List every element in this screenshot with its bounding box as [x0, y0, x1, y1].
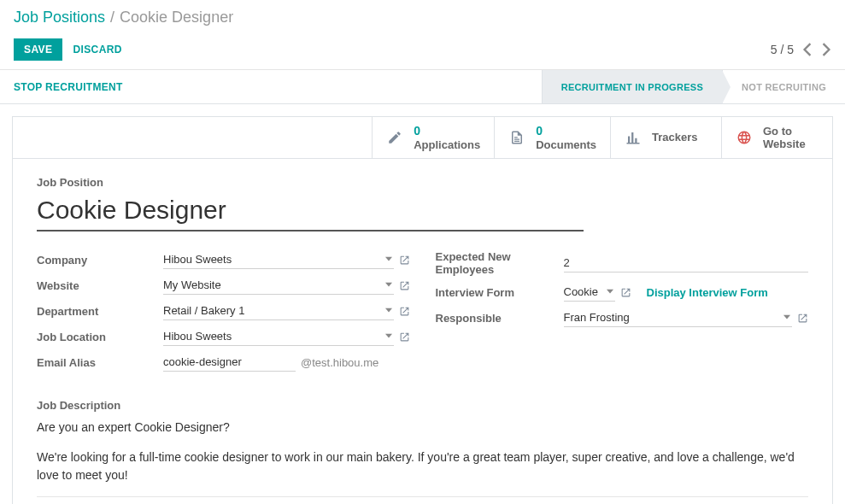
applications-label: Applications [414, 138, 480, 152]
applications-count: 0 [414, 124, 480, 138]
description-paragraph: Are you an expert Cookie Designer? [37, 419, 808, 437]
job-position-input[interactable] [37, 192, 584, 231]
external-link-icon[interactable] [620, 287, 631, 298]
stop-recruitment-button[interactable]: STOP RECRUITMENT [14, 81, 123, 93]
description-paragraph: We're looking for a full-time cookie des… [37, 448, 808, 484]
interview-form-field[interactable] [564, 283, 615, 302]
job-description-editor[interactable]: Are you an expert Cookie Designer? We're… [37, 419, 808, 497]
website-stat-button[interactable]: Go to Website [721, 117, 832, 158]
responsible-label: Responsible [436, 312, 564, 325]
external-link-icon[interactable] [399, 331, 410, 343]
interview-form-label: Interview Form [436, 286, 564, 299]
breadcrumb-current: Cookie Designer [120, 9, 233, 26]
stage-label: RECRUITMENT IN PROGRESS [561, 82, 703, 92]
discard-button[interactable]: DISCARD [73, 44, 121, 56]
breadcrumb-separator: / [110, 9, 114, 26]
trackers-label: Trackers [652, 131, 698, 144]
form-card: 0 Applications 0 Documents Trackers [12, 116, 833, 504]
display-interview-form-link[interactable]: Display Interview Form [647, 286, 768, 299]
stage-label: NOT RECRUITING [742, 82, 826, 92]
company-field[interactable] [163, 250, 394, 269]
bar-chart-icon [625, 130, 642, 145]
applications-stat-button[interactable]: 0 Applications [372, 117, 494, 158]
website-label-2: Website [763, 138, 806, 151]
company-label: Company [37, 254, 163, 267]
job-location-field[interactable] [163, 327, 394, 346]
stage-not-recruiting[interactable]: NOT RECRUITING [722, 70, 845, 103]
documents-label: Documents [536, 138, 596, 152]
breadcrumb: Job Positions / Cookie Designer [0, 0, 845, 33]
website-field[interactable] [163, 276, 394, 295]
department-label: Department [37, 305, 163, 318]
expected-employees-field[interactable] [564, 254, 809, 273]
job-description-label: Job Description [37, 399, 808, 412]
email-alias-field[interactable] [163, 353, 296, 372]
external-link-icon[interactable] [399, 280, 410, 291]
expected-employees-label: Expected New Employees [436, 250, 564, 276]
department-field[interactable] [163, 302, 394, 320]
external-link-icon[interactable] [797, 313, 808, 324]
documents-count: 0 [536, 124, 596, 138]
email-alias-label: Email Alias [37, 356, 163, 369]
job-location-label: Job Location [37, 331, 163, 343]
email-domain: @test.hibou.me [301, 356, 378, 369]
globe-icon [736, 130, 753, 145]
pager-next[interactable] [821, 43, 831, 56]
website-label: Website [37, 279, 163, 292]
documents-stat-button[interactable]: 0 Documents [494, 117, 610, 158]
responsible-field[interactable] [564, 308, 793, 327]
pager-prev[interactable] [802, 43, 813, 56]
website-label-1: Go to [763, 125, 806, 138]
pager-text: 5 / 5 [771, 43, 794, 56]
stage-recruitment-in-progress[interactable]: RECRUITMENT IN PROGRESS [542, 70, 722, 103]
save-button[interactable]: SAVE [14, 38, 62, 61]
action-bar: SAVE DISCARD 5 / 5 [0, 33, 845, 70]
external-link-icon[interactable] [399, 255, 410, 266]
job-position-label: Job Position [37, 176, 808, 189]
pencil-icon [386, 130, 403, 145]
status-bar: STOP RECRUITMENT RECRUITMENT IN PROGRESS… [0, 70, 845, 104]
stat-button-row: 0 Applications 0 Documents Trackers [13, 117, 832, 159]
external-link-icon[interactable] [399, 306, 410, 317]
pager: 5 / 5 [771, 43, 831, 56]
breadcrumb-parent[interactable]: Job Positions [14, 9, 105, 26]
document-icon [508, 130, 525, 145]
trackers-stat-button[interactable]: Trackers [610, 117, 721, 158]
